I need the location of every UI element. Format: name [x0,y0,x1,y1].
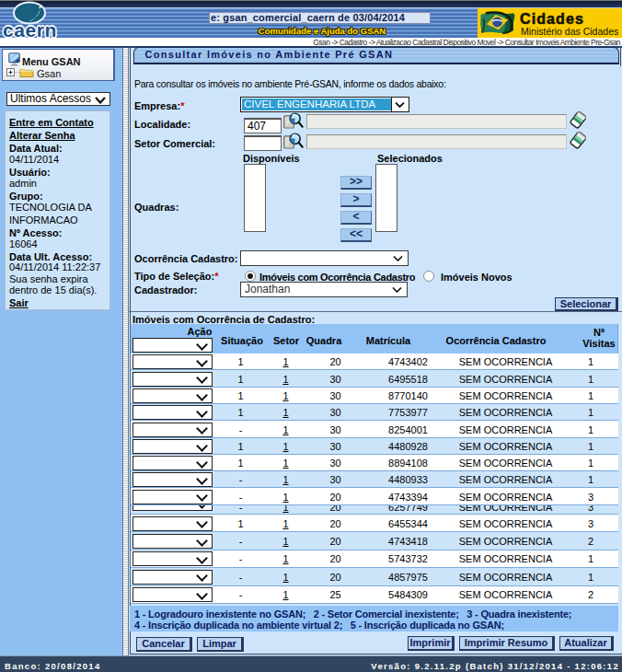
svg-text:caern: caern [3,19,57,41]
